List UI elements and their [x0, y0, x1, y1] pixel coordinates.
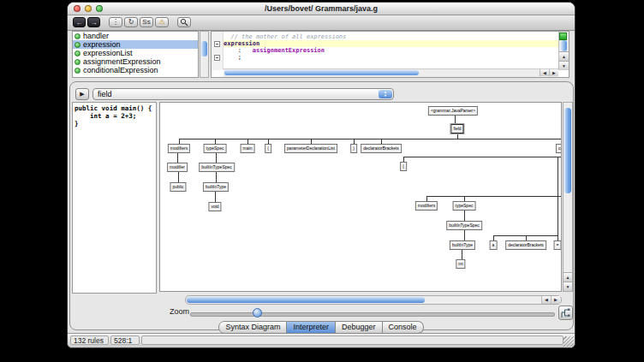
- combobox-down-icon: ▼: [384, 94, 387, 98]
- combobox-arrows-icon[interactable]: ▲ ▼: [379, 90, 392, 98]
- rule-item-expression[interactable]: expression: [73, 40, 198, 49]
- tree-node[interactable]: {: [400, 162, 407, 171]
- tree-node[interactable]: a: [490, 240, 498, 250]
- code-token: expression: [224, 40, 259, 47]
- tree-node[interactable]: typeSpec: [453, 201, 476, 211]
- input-text[interactable]: public void main() { int a = 2+3; }: [72, 102, 157, 294]
- status-bar: 132 rules 528:1: [68, 333, 575, 347]
- rule-item-expressionList[interactable]: expressionList: [73, 49, 198, 57]
- canvas-vscrollbar-thumb[interactable]: [564, 108, 571, 193]
- canvas-vscroll-arrows: ▲ ▼: [564, 272, 572, 291]
- rule-label: assignmentExpression: [83, 57, 161, 66]
- editor-vscrollbar[interactable]: ▲ ▼: [558, 32, 569, 70]
- tree-node[interactable]: builtInTypeSpec: [446, 221, 482, 230]
- editor-vscrollbar-thumb[interactable]: [561, 40, 567, 51]
- desktop: { "window": { "title": "/Users/bovet/ Gr…: [0, 0, 644, 362]
- literals-button[interactable]: Ss: [140, 17, 153, 27]
- tree-node[interactable]: public: [170, 182, 186, 192]
- scroll-down-icon[interactable]: ▼: [564, 282, 572, 291]
- tree-edges: [160, 103, 562, 292]
- rule-item-conditionalExpression[interactable]: conditionalExpression: [73, 66, 198, 74]
- rules-scrollbar-thumb[interactable]: [201, 41, 207, 56]
- rules-count: 132 rules: [70, 335, 109, 345]
- rules-scrollbar[interactable]: [200, 31, 209, 78]
- tree-node[interactable]: modifiers: [168, 144, 190, 153]
- fold-gutter: [212, 32, 224, 70]
- tree-node[interactable]: declaratorBrackets: [361, 144, 402, 153]
- tree-node[interactable]: (: [265, 144, 271, 153]
- scroll-up-icon[interactable]: ▲: [559, 51, 569, 61]
- scroll-up-icon[interactable]: ▲: [564, 272, 572, 282]
- zoom-label: Zoom: [170, 307, 189, 316]
- rule-label: handler: [83, 32, 109, 40]
- close-button[interactable]: [74, 5, 80, 12]
- tree-canvas[interactable]: <grammar.JavaParser>fieldmodifierstypeSp…: [159, 102, 562, 292]
- tab-interpreter[interactable]: Interpreter: [287, 321, 336, 334]
- tree-node[interactable]: ): [350, 144, 357, 153]
- tree-node[interactable]: builtInTypeSpec: [199, 163, 235, 172]
- tree-node[interactable]: modifier: [167, 163, 188, 172]
- tree-node[interactable]: modifiers: [415, 201, 438, 211]
- tree-node[interactable]: compoundStatement: [556, 144, 562, 153]
- resize-grip[interactable]: [564, 336, 574, 347]
- scroll-right-icon[interactable]: ▶: [549, 69, 558, 76]
- rule-item-handler[interactable]: handler: [73, 32, 198, 40]
- fold-marker-icon[interactable]: [214, 41, 220, 47]
- editor-line: ;: [224, 54, 558, 61]
- tree-node[interactable]: field: [450, 124, 463, 134]
- canvas-hscrollbar[interactable]: ◀ ▶: [185, 295, 562, 305]
- fold-marker-icon[interactable]: [214, 55, 220, 61]
- title-bar[interactable]: /Users/bovet/ Grammars/java.g: [68, 3, 575, 15]
- warnings-button[interactable]: ⚠: [155, 17, 169, 27]
- code-token: assignmentExpression: [253, 47, 325, 54]
- editor-hscrollbar[interactable]: ◀ ▶: [224, 68, 558, 77]
- zoom-slider[interactable]: [190, 312, 555, 317]
- scroll-left-icon[interactable]: ◀: [540, 69, 549, 76]
- interpreter-panel: ▶ field ▲ ▼ public void main() { int a =…: [69, 81, 574, 330]
- code-token: ;: [224, 54, 242, 61]
- tree-node[interactable]: parameterDeclarationList: [284, 144, 337, 153]
- rules-list: handlerexpressionexpressionListassignmen…: [72, 31, 199, 78]
- tree-node[interactable]: int: [456, 259, 465, 269]
- rule-item-assignmentExpression[interactable]: assignmentExpression: [73, 57, 198, 66]
- code-token: :: [224, 47, 253, 54]
- window-controls: [74, 5, 103, 12]
- window-title: /Users/bovet/ Grammars/java.g: [68, 3, 575, 15]
- scroll-down-icon[interactable]: ▼: [559, 61, 569, 70]
- canvas-hscrollbar-thumb[interactable]: [187, 297, 425, 303]
- rule-icon: [75, 42, 80, 48]
- app-window: /Users/bovet/ Grammars/java.g ← → ⋮↻Ss⚠ …: [67, 2, 575, 348]
- editor-code[interactable]: // the mother of all expressionsexpressi…: [224, 32, 558, 72]
- zoom-slider-thumb[interactable]: [253, 308, 262, 317]
- rule-combobox[interactable]: field ▲ ▼: [92, 88, 394, 100]
- canvas-vscrollbar[interactable]: ▲ ▼: [563, 102, 573, 292]
- status-message: [141, 335, 564, 345]
- search-button[interactable]: [177, 17, 191, 27]
- back-button[interactable]: ←: [73, 17, 86, 27]
- tree-node[interactable]: void: [208, 202, 221, 211]
- tree-node[interactable]: builtInType: [203, 182, 229, 192]
- grammar-health-indicator: [559, 33, 567, 40]
- tree-view-button[interactable]: [558, 306, 573, 320]
- forward-button[interactable]: →: [87, 17, 100, 27]
- tree-node[interactable]: typeSpec: [204, 144, 227, 153]
- editor-hscrollbar-thumb[interactable]: [224, 70, 419, 75]
- grammar-editor[interactable]: // the mother of all expressionsexpressi…: [211, 31, 569, 78]
- tree-node[interactable]: main: [241, 144, 255, 153]
- zoom-button[interactable]: [96, 5, 103, 12]
- tree-node[interactable]: <grammar.JavaParser>: [428, 106, 478, 116]
- tree-node[interactable]: declaratorBrackets: [505, 240, 546, 250]
- scroll-left-icon[interactable]: ◀: [541, 296, 551, 304]
- tree-node[interactable]: =: [554, 240, 562, 250]
- editor-vscroll-arrows: ▲ ▼: [559, 51, 569, 70]
- scroll-right-icon[interactable]: ▶: [551, 296, 560, 304]
- top-split: handlerexpressionexpressionListassignmen…: [68, 29, 575, 80]
- refactor-button[interactable]: ↻: [124, 17, 138, 27]
- tab-console[interactable]: Console: [383, 321, 424, 334]
- tab-syntax-diagram[interactable]: Syntax Diagram: [218, 321, 287, 334]
- tree-node[interactable]: builtInType: [450, 240, 475, 250]
- rules-sort-button[interactable]: ⋮: [109, 17, 122, 27]
- run-button[interactable]: ▶: [75, 88, 89, 100]
- tab-debugger[interactable]: Debugger: [336, 321, 383, 334]
- minimize-button[interactable]: [85, 5, 92, 12]
